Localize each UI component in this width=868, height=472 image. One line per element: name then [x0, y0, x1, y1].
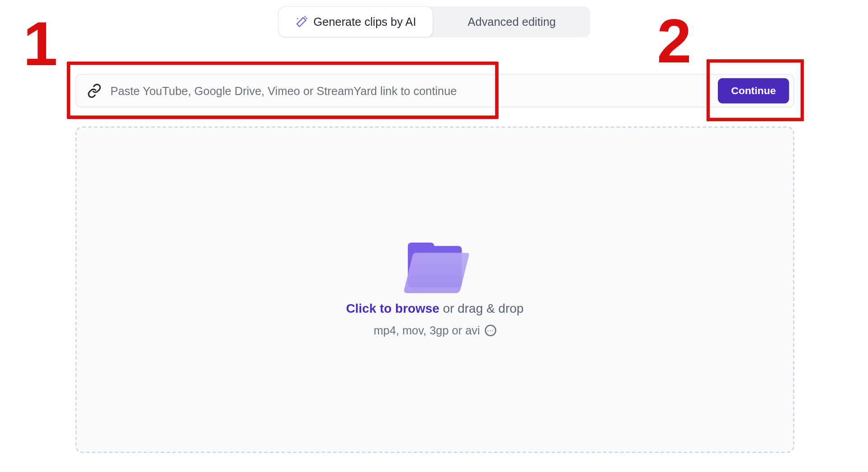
- drag-drop-label: or drag & drop: [439, 301, 524, 315]
- continue-button[interactable]: Continue: [718, 78, 789, 104]
- supported-formats-label: mp4, mov, 3gp or avi: [373, 324, 480, 337]
- folder-open-icon: [403, 242, 467, 293]
- annotation-number-1: 1: [23, 13, 57, 75]
- upload-dropzone[interactable]: Click to browse or drag & drop mp4, mov,…: [75, 126, 794, 453]
- paste-link-row: Continue: [75, 74, 794, 108]
- mode-tabs: Generate clips by AI Advanced editing: [278, 6, 590, 38]
- click-to-browse-label: Click to browse: [346, 301, 439, 315]
- dropzone-primary-text: Click to browse or drag & drop: [346, 301, 524, 316]
- annotation-number-2: 2: [657, 10, 691, 72]
- tab-generate-clips[interactable]: Generate clips by AI: [278, 6, 433, 38]
- tab-advanced-editing-label: Advanced editing: [468, 15, 556, 29]
- dropzone-formats-text: mp4, mov, 3gp or avi ⋯: [373, 324, 496, 337]
- tab-advanced-editing[interactable]: Advanced editing: [433, 6, 590, 38]
- video-link-input[interactable]: [103, 75, 718, 107]
- tab-generate-clips-label: Generate clips by AI: [313, 15, 416, 29]
- info-icon[interactable]: ⋯: [485, 325, 496, 336]
- link-icon: [86, 83, 103, 99]
- magic-wand-icon: [295, 15, 308, 28]
